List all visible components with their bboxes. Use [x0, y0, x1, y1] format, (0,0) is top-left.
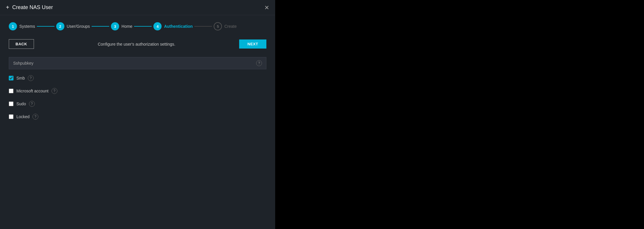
- step-4[interactable]: 4 Authentication: [153, 22, 193, 30]
- connector-4: [194, 26, 212, 27]
- sshpubkey-help-icon[interactable]: ?: [256, 60, 262, 66]
- smb-label: Smb: [16, 76, 25, 80]
- next-button[interactable]: NEXT: [239, 39, 266, 49]
- microsoft-account-checkbox[interactable]: [9, 89, 13, 93]
- dialog-body: 1 Systems 2 User/Groups 3 Home: [0, 15, 275, 229]
- locked-checkbox[interactable]: [9, 114, 13, 119]
- plus-icon: +: [6, 4, 9, 11]
- smb-help-icon[interactable]: ?: [28, 75, 34, 81]
- step-4-circle: 4: [153, 22, 162, 30]
- step-3-circle: 3: [111, 22, 119, 30]
- step-3[interactable]: 3 Home: [111, 22, 132, 30]
- step-1-circle: 1: [9, 22, 17, 30]
- step-2[interactable]: 2 User/Groups: [56, 22, 90, 30]
- dialog-header: + Create NAS User ✕: [0, 0, 275, 15]
- step-2-circle: 2: [56, 22, 64, 30]
- back-button[interactable]: BACK: [9, 39, 34, 49]
- title-row: + Create NAS User: [6, 4, 53, 11]
- step-3-label: Home: [121, 24, 132, 29]
- action-description: Configure the user's authorization setti…: [98, 42, 175, 47]
- sudo-help-icon[interactable]: ?: [29, 101, 35, 107]
- step-5-circle: 5: [214, 22, 222, 30]
- right-panel: [275, 0, 644, 229]
- locked-help-icon[interactable]: ?: [32, 114, 38, 120]
- step-5-label: Create: [224, 24, 237, 29]
- connector-1: [37, 26, 54, 27]
- smb-checkbox[interactable]: [9, 76, 13, 80]
- locked-label: Locked: [16, 114, 30, 119]
- step-1[interactable]: 1 Systems: [9, 22, 35, 30]
- checkboxes-section: Smb ? Microsoft account ? Sudo ? Locked …: [9, 75, 266, 120]
- sudo-checkbox[interactable]: [9, 101, 13, 106]
- dialog-title: Create NAS User: [12, 4, 53, 11]
- connector-3: [134, 26, 152, 27]
- action-bar: BACK Configure the user's authorization …: [9, 39, 266, 49]
- sshpubkey-input[interactable]: [13, 61, 256, 66]
- smb-row: Smb ?: [9, 75, 266, 81]
- locked-row: Locked ?: [9, 114, 266, 120]
- create-nas-user-dialog: + Create NAS User ✕ 1 Systems 2 User/Gro…: [0, 0, 275, 229]
- sshpubkey-field-wrapper: ?: [9, 57, 266, 69]
- sudo-label: Sudo: [16, 101, 26, 106]
- step-4-label: Authentication: [164, 24, 193, 29]
- microsoft-account-row: Microsoft account ?: [9, 88, 266, 94]
- microsoft-account-help-icon[interactable]: ?: [52, 88, 57, 94]
- close-button[interactable]: ✕: [264, 5, 269, 11]
- sudo-row: Sudo ?: [9, 101, 266, 107]
- connector-2: [92, 26, 109, 27]
- step-1-label: Systems: [19, 24, 35, 29]
- stepper: 1 Systems 2 User/Groups 3 Home: [9, 15, 266, 36]
- step-2-label: User/Groups: [67, 24, 90, 29]
- microsoft-account-label: Microsoft account: [16, 89, 49, 93]
- step-5[interactable]: 5 Create: [214, 22, 237, 30]
